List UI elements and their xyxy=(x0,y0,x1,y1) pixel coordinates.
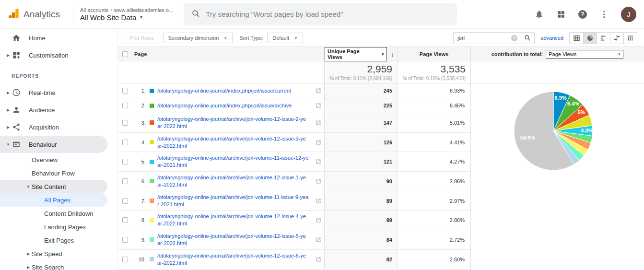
table-search-button[interactable] xyxy=(520,33,534,44)
page-views-pct-cell: 2.72% xyxy=(397,230,470,249)
table-search-input[interactable] xyxy=(454,35,511,41)
sort-descending-icon[interactable]: ↓ xyxy=(391,50,394,58)
chevron-right-icon[interactable]: ▶ xyxy=(5,108,12,112)
contribution-panel: contribution to total: Page Views ∨ 6.9%… xyxy=(470,47,644,270)
table-header-row: Page Unique Page Views ∨ ↓ Page Views xyxy=(118,47,470,61)
table-search: ✕ xyxy=(453,32,535,44)
secondary-dimension-button[interactable]: Secondary dimension ▼ xyxy=(163,33,233,43)
open-in-new-icon[interactable] xyxy=(316,159,321,164)
percent-view-icon[interactable] xyxy=(583,33,597,44)
row-checkbox[interactable] xyxy=(122,198,128,204)
breadcrumb-account[interactable]: www.alliedacademies.o... xyxy=(114,7,174,13)
row-color-swatch xyxy=(150,199,154,203)
property-selector[interactable]: All Web Site Data ▼ xyxy=(80,13,173,22)
sort-type-value: Default xyxy=(272,35,289,41)
metric-select[interactable]: Unique Page Views ∨ xyxy=(325,47,387,61)
chevron-down-icon[interactable]: ▼ xyxy=(5,142,12,147)
chevron-right-icon[interactable]: ▶ xyxy=(5,91,12,95)
row-rank: 10. xyxy=(134,257,146,262)
clear-search-icon[interactable]: ✕ xyxy=(511,35,517,41)
open-in-new-icon[interactable] xyxy=(316,257,321,262)
chevron-down-icon[interactable]: ▼ xyxy=(25,185,32,189)
sidebar-item-site-content[interactable]: ▼Site Content xyxy=(0,180,107,193)
row-checkbox[interactable] xyxy=(122,103,128,108)
unique-page-views-cell: 84 xyxy=(324,230,397,249)
page-views-pct-cell: 2.97% xyxy=(397,191,470,211)
open-in-new-icon[interactable] xyxy=(316,103,321,108)
comparison-view-icon[interactable] xyxy=(610,33,623,44)
sidebar-item-behaviour[interactable]: ▼Behaviour xyxy=(0,136,107,153)
row-checkbox[interactable] xyxy=(122,237,128,243)
open-in-new-icon[interactable] xyxy=(316,178,321,184)
chevron-right-icon[interactable]: ▶ xyxy=(5,53,12,58)
row-checkbox[interactable] xyxy=(122,88,128,94)
analytics-logo[interactable]: Analytics xyxy=(0,7,73,22)
table-view-icon[interactable] xyxy=(570,33,583,44)
kebab-menu-icon[interactable]: ⋮ xyxy=(600,10,608,18)
sidebar-item-audience[interactable]: ▶Audience xyxy=(0,101,117,118)
page-link[interactable]: /otolaryngology-online-journal/index.php… xyxy=(157,87,309,94)
page-link[interactable]: /otolaryngology-online-journal/index.php… xyxy=(157,102,309,109)
open-in-new-icon[interactable] xyxy=(316,120,321,126)
row-checkbox[interactable] xyxy=(122,257,128,262)
page-link[interactable]: /otolaryngology-online-journal/archive/j… xyxy=(157,252,309,267)
sidebar-item-acquisition[interactable]: ▶Acquisition xyxy=(0,118,117,136)
sidebar-item-home[interactable]: Home xyxy=(0,29,117,47)
performance-view-icon[interactable] xyxy=(597,33,610,44)
page-link[interactable]: /otolaryngology-online-journal/archive/j… xyxy=(157,213,309,227)
page-column-header[interactable]: Page xyxy=(132,51,324,57)
page-link[interactable]: /otolaryngology-online-journal/archive/j… xyxy=(157,233,309,247)
global-search[interactable] xyxy=(184,3,457,25)
notifications-bell-icon[interactable] xyxy=(535,10,544,19)
chevron-right-icon[interactable]: ▶ xyxy=(25,252,32,256)
pages-table: Page Unique Page Views ∨ ↓ Page Views 2,… xyxy=(118,47,470,270)
unique-page-views-total: 2,959 xyxy=(367,63,392,75)
plot-rows-button[interactable]: Plot Rows xyxy=(125,33,159,43)
sidebar-item-real-time[interactable]: ▶Real-time xyxy=(0,84,117,101)
page-link[interactable]: /otolaryngology-online-journal/archive/j… xyxy=(157,135,309,150)
row-checkbox[interactable] xyxy=(122,217,128,223)
advanced-search-link[interactable]: advanced xyxy=(540,35,563,41)
select-all-checkbox[interactable] xyxy=(122,51,128,57)
sidebar-item-site-search[interactable]: ▶Site Search xyxy=(0,260,117,270)
page-link[interactable]: /otolaryngology-online-journal/archive/j… xyxy=(157,154,309,169)
sidebar-item-customisation[interactable]: ▶Customisation xyxy=(0,47,117,64)
sort-type-dropdown[interactable]: Default ▼ xyxy=(267,33,303,43)
sidebar-item-exit-pages[interactable]: Exit Pages xyxy=(0,234,117,247)
global-search-input[interactable] xyxy=(206,10,449,18)
open-in-new-icon[interactable] xyxy=(316,198,321,204)
row-checkbox[interactable] xyxy=(122,140,128,145)
sidebar-item-overview[interactable]: Overview xyxy=(0,153,117,166)
row-color-swatch xyxy=(150,104,154,108)
sidebar-item-site-speed[interactable]: ▶Site Speed xyxy=(0,247,117,260)
apps-grid-icon[interactable] xyxy=(557,10,565,19)
sidebar-item-landing-pages[interactable]: Landing Pages xyxy=(0,220,117,234)
open-in-new-icon[interactable] xyxy=(316,217,321,223)
row-rank: 2. xyxy=(134,103,146,108)
page-link[interactable]: /otolaryngology-online-journal/archive/j… xyxy=(157,116,309,130)
help-icon[interactable]: ? xyxy=(578,10,587,19)
avatar[interactable]: J xyxy=(621,7,636,22)
view-toggle-group xyxy=(569,32,637,44)
row-checkbox[interactable] xyxy=(122,159,128,164)
row-checkbox[interactable] xyxy=(122,120,128,126)
sidebar-item-behaviour-flow[interactable]: Behaviour Flow xyxy=(0,166,117,180)
open-in-new-icon[interactable] xyxy=(316,237,321,243)
page-views-column-header[interactable]: Page Views xyxy=(397,47,470,61)
page-link[interactable]: /otolaryngology-online-journal/archive/j… xyxy=(157,174,309,188)
sidebar-item-content-drilldown[interactable]: Content Drilldown xyxy=(0,207,117,220)
contribution-select[interactable]: Page Views ∨ xyxy=(546,50,623,59)
report-grid: Page Unique Page Views ∨ ↓ Page Views 2,… xyxy=(118,47,644,270)
pivot-view-icon[interactable] xyxy=(623,33,637,44)
open-in-new-icon[interactable] xyxy=(316,140,321,145)
page-link[interactable]: /otolaryngology-online-journal/archive/j… xyxy=(157,194,309,208)
sidebar-item-label: Behaviour xyxy=(29,141,57,148)
chevron-right-icon[interactable]: ▶ xyxy=(5,125,12,129)
pie-slice-label: 6.9% xyxy=(555,95,567,101)
chevron-right-icon[interactable]: ▶ xyxy=(25,265,32,270)
unique-page-views-cell: 225 xyxy=(324,98,397,113)
breadcrumb-all-accounts[interactable]: All accounts xyxy=(80,7,108,13)
row-checkbox[interactable] xyxy=(122,178,128,184)
open-in-new-icon[interactable] xyxy=(316,88,321,94)
sidebar-item-all-pages[interactable]: All Pages xyxy=(0,193,107,207)
